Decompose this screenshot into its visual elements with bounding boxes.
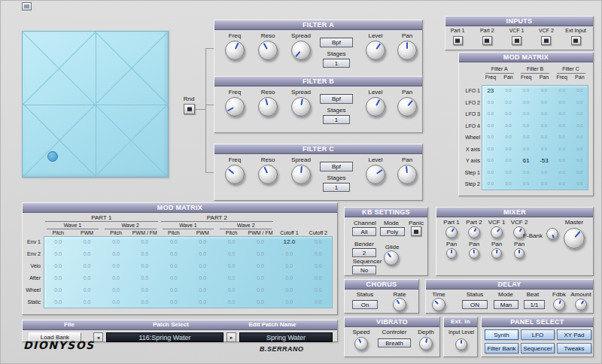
matrix-cell[interactable]: 12.0: [275, 236, 303, 248]
matrix-cell[interactable]: 0.0: [130, 236, 159, 248]
matrix-cell[interactable]: 0.0: [130, 260, 159, 272]
matrix-cell[interactable]: 0.0: [44, 236, 72, 248]
matrix-cell[interactable]: 0.0: [44, 284, 72, 296]
chorus-rate-knob[interactable]: [393, 298, 406, 311]
stages-select[interactable]: 1: [323, 115, 350, 124]
matrix-cell[interactable]: 0.0: [553, 155, 571, 167]
matrix-cell[interactable]: 0.0: [275, 248, 303, 260]
matrix-cell[interactable]: 0.0: [482, 108, 500, 120]
rnd-button[interactable]: [184, 104, 195, 114]
matrix-cell[interactable]: 0.0: [517, 144, 535, 156]
matrix-cell[interactable]: 0.0: [160, 236, 188, 248]
matrix-cell[interactable]: 0.0: [72, 248, 101, 260]
vibrato-depth-knob[interactable]: [419, 337, 433, 350]
input-button-vcf-1[interactable]: [512, 36, 521, 45]
matrix-cell[interactable]: 0.0: [188, 284, 217, 296]
matrix-cell[interactable]: 0.0: [517, 178, 535, 190]
matrix-cell[interactable]: 0.0: [304, 260, 333, 272]
filter-pan-knob[interactable]: [397, 97, 417, 117]
matrix-cell[interactable]: 0.0: [72, 272, 101, 284]
matrix-cell[interactable]: 0.0: [160, 272, 188, 284]
mixer-pan-knob[interactable]: [514, 248, 524, 259]
matrix-cell[interactable]: 0.0: [102, 248, 130, 260]
filter-type-select[interactable]: Bpf: [320, 38, 353, 47]
matrix-cell[interactable]: 0.0: [246, 284, 275, 296]
matrix-cell[interactable]: 0.0: [160, 248, 188, 260]
matrix-cell[interactable]: 0.0: [535, 167, 553, 179]
input-button-part-2[interactable]: [482, 36, 492, 45]
matrix-cell[interactable]: 0.0: [553, 85, 571, 97]
matrix-cell[interactable]: 0.0: [130, 272, 159, 284]
matrix-cell[interactable]: 0.0: [553, 144, 571, 156]
matrix-cell[interactable]: 0.0: [500, 97, 518, 109]
matrix-cell[interactable]: 0.0: [553, 167, 571, 179]
stages-select[interactable]: 1: [323, 59, 350, 68]
matrix-cell[interactable]: 0.0: [500, 132, 518, 144]
panel-button-sequencer[interactable]: Sequencer: [521, 343, 555, 353]
filter-reso-knob[interactable]: [258, 97, 278, 117]
matrix-cell[interactable]: 0.0: [535, 178, 553, 190]
vibrato-speed-knob[interactable]: [354, 337, 368, 350]
matrix-cell[interactable]: 0.0: [517, 108, 535, 120]
filter-level-knob[interactable]: [366, 97, 385, 117]
mixer-vcf-1-knob[interactable]: [491, 226, 503, 238]
matrix-cell[interactable]: 0.0: [160, 260, 188, 272]
filter-spread-knob[interactable]: [291, 165, 311, 184]
matrix-cell[interactable]: 0.0: [571, 85, 589, 97]
matrix-cell[interactable]: 0.0: [517, 120, 535, 132]
filter-spread-knob[interactable]: [291, 41, 311, 60]
matrix-cell[interactable]: 0.0: [535, 120, 553, 132]
matrix-cell[interactable]: 0.0: [500, 167, 518, 179]
matrix-cell[interactable]: 0.0: [72, 296, 101, 308]
delay-amount-knob[interactable]: [575, 299, 587, 311]
matrix-cell[interactable]: 0.0: [44, 248, 72, 260]
matrix-cell[interactable]: 0.0: [217, 260, 245, 272]
matrix-cell[interactable]: 0.0: [44, 296, 72, 308]
matrix-cell[interactable]: 0.0: [246, 260, 275, 272]
delay-beat-select[interactable]: 1/1: [524, 300, 545, 309]
matrix-cell[interactable]: 0.0: [217, 236, 245, 248]
matrix-cell[interactable]: 0.0: [304, 296, 333, 308]
matrix-cell[interactable]: 0.0: [482, 144, 500, 156]
matrix-cell[interactable]: 0.0: [482, 97, 500, 109]
panel-button-synth[interactable]: Synth: [485, 329, 518, 340]
channel-select[interactable]: All: [352, 227, 376, 236]
matrix-cell[interactable]: 0.0: [571, 97, 589, 109]
matrix-cell[interactable]: 0.0: [72, 236, 101, 248]
matrix-cell[interactable]: 0.0: [44, 272, 72, 284]
matrix-cell[interactable]: 0.0: [571, 132, 589, 144]
matrix-cell[interactable]: 0.0: [102, 284, 130, 296]
matrix-cell[interactable]: 0.0: [535, 144, 553, 156]
matrix-cell[interactable]: 0.0: [275, 296, 303, 308]
matrix-cell[interactable]: 23: [482, 85, 500, 97]
patch-next-button[interactable]: ►: [227, 332, 236, 342]
matrix-cell[interactable]: 0.0: [72, 260, 101, 272]
matrix-cell[interactable]: 0.0: [217, 296, 245, 308]
matrix-cell[interactable]: 0.0: [500, 155, 518, 167]
matrix-cell[interactable]: 0.0: [130, 284, 159, 296]
xy-pad[interactable]: [22, 31, 169, 177]
filter-pan-knob[interactable]: [397, 41, 417, 60]
matrix-cell[interactable]: 0.0: [571, 144, 589, 156]
matrix-cell[interactable]: 0.0: [482, 120, 500, 132]
matrix-cell[interactable]: 0.0: [188, 296, 217, 308]
matrix-cell[interactable]: 0.0: [482, 167, 500, 179]
chorus-status-select[interactable]: On: [352, 300, 378, 309]
matrix-cell[interactable]: 0.0: [217, 248, 245, 260]
input-button-part-1[interactable]: [453, 36, 463, 45]
mixer-part-2-knob[interactable]: [468, 226, 480, 238]
matrix-cell[interactable]: 0.0: [535, 85, 553, 97]
matrix-cell[interactable]: 0.0: [517, 167, 535, 179]
matrix-cell[interactable]: 0.0: [482, 178, 500, 190]
filter-spread-knob[interactable]: [291, 97, 311, 117]
matrix-cell[interactable]: 61: [517, 155, 535, 167]
matrix-cell[interactable]: 0.0: [553, 97, 571, 109]
matrix-cell[interactable]: 0.0: [500, 85, 518, 97]
patch-prev-button[interactable]: ◄: [93, 332, 103, 342]
panel-button-xy-pad[interactable]: XY Pad: [557, 329, 591, 340]
matrix-cell[interactable]: 0.0: [217, 272, 245, 284]
stages-select[interactable]: 1: [323, 183, 350, 192]
mixer-part-1-knob[interactable]: [445, 226, 458, 238]
matrix-cell[interactable]: 0.0: [188, 236, 217, 248]
input-button-ext-input[interactable]: [571, 36, 581, 45]
